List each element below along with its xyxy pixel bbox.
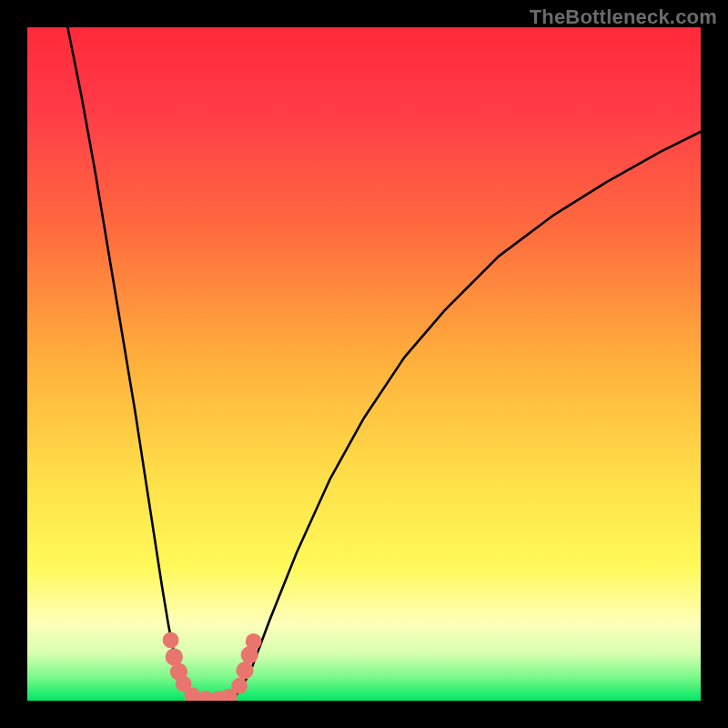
data-marker <box>236 662 253 679</box>
curve-layer <box>27 27 701 701</box>
chart-frame: TheBottleneck.com <box>0 0 728 728</box>
data-marker <box>163 632 179 649</box>
data-marker <box>246 633 262 650</box>
plot-area <box>27 27 701 701</box>
data-marker <box>166 648 183 665</box>
bottleneck-curve <box>67 27 701 701</box>
marker-group <box>163 632 262 701</box>
data-marker <box>231 678 248 694</box>
watermark-text: TheBottleneck.com <box>530 5 717 29</box>
